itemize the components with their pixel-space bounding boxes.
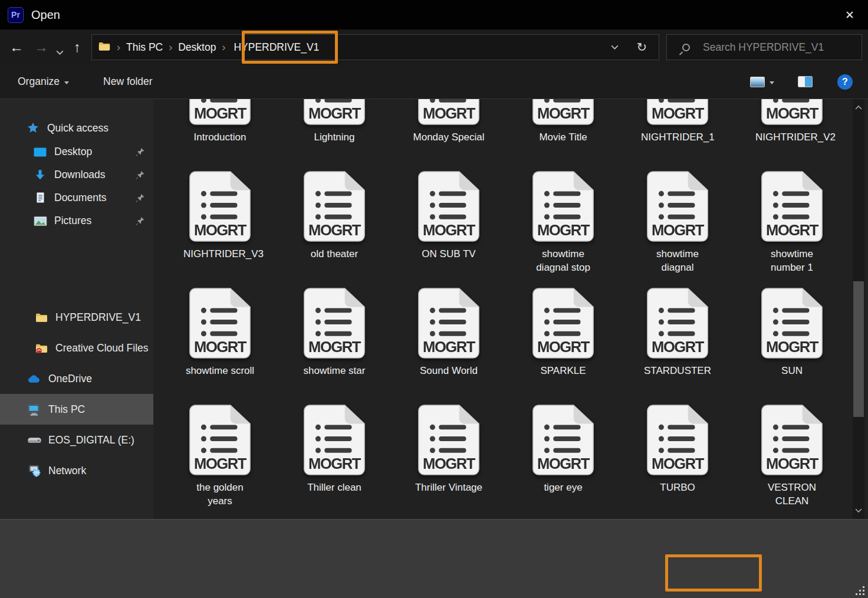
svg-text:MOGRT: MOGRT bbox=[537, 339, 590, 355]
breadcrumb-separator-icon: › bbox=[117, 41, 120, 54]
file-item-the-golden-years[interactable]: MOGRTthe golden years bbox=[163, 403, 277, 519]
mogrt-file-icon: MOGRT bbox=[645, 287, 710, 360]
up-icon[interactable]: ↑ bbox=[74, 40, 81, 54]
folder-icon bbox=[33, 312, 50, 323]
file-item-showtime-star[interactable]: MOGRTshowtime star bbox=[277, 287, 392, 403]
search-box bbox=[666, 34, 862, 60]
breadcrumb-item-hyperdrive-v1[interactable]: HYPERDRIVE_V1 bbox=[231, 41, 321, 54]
file-list-area: MOGRTIntroductionMOGRTLightningMOGRTMond… bbox=[153, 99, 853, 519]
file-item-sparkle[interactable]: MOGRTSPARKLE bbox=[506, 287, 620, 403]
file-item-tiger-eye[interactable]: MOGRTtiger eye bbox=[506, 403, 620, 519]
file-label: Introduction bbox=[183, 130, 257, 144]
organize-button[interactable]: Organize bbox=[18, 75, 69, 88]
mogrt-file-icon: MOGRT bbox=[531, 287, 596, 360]
sidebar-item-onedrive[interactable]: OneDrive bbox=[0, 363, 153, 394]
mogrt-file-icon: MOGRT bbox=[302, 287, 367, 360]
file-label: SPARKLE bbox=[527, 364, 600, 377]
file-item-thiller-clean[interactable]: MOGRTThiller clean bbox=[277, 403, 392, 519]
svg-text:MOGRT: MOGRT bbox=[423, 339, 476, 355]
file-label: NIGHTRIDER_V2 bbox=[755, 130, 828, 144]
file-item-vestron-clean[interactable]: MOGRTVESTRON CLEAN bbox=[735, 403, 849, 519]
chevron-down-icon bbox=[64, 81, 69, 84]
view-options-chevron-icon[interactable] bbox=[770, 81, 774, 84]
svg-text:MOGRT: MOGRT bbox=[537, 105, 590, 121]
scroll-down-icon[interactable] bbox=[853, 505, 864, 517]
file-item-lightning[interactable]: MOGRTLightning bbox=[277, 99, 392, 170]
file-grid: MOGRTIntroductionMOGRTLightningMOGRTMond… bbox=[153, 99, 853, 519]
file-label: Sound World bbox=[412, 364, 485, 377]
sidebar-item-downloads[interactable]: Downloads bbox=[0, 163, 153, 186]
address-bar[interactable]: ›This PC›Desktop›HYPERDRIVE_V1 ↻ bbox=[91, 34, 659, 60]
file-item-starduster[interactable]: MOGRTSTARDUSTER bbox=[620, 287, 735, 403]
file-item-showtime-diagnal[interactable]: MOGRTshowtime diagnal bbox=[620, 170, 735, 287]
pin-icon bbox=[135, 216, 145, 226]
address-dropdown-chevron-icon[interactable] bbox=[600, 42, 629, 52]
back-icon[interactable]: ← bbox=[9, 40, 24, 54]
svg-text:MOGRT: MOGRT bbox=[537, 455, 590, 472]
scrollbar-thumb[interactable] bbox=[853, 281, 864, 417]
svg-text:MOGRT: MOGRT bbox=[308, 339, 361, 355]
help-icon[interactable]: ? bbox=[837, 74, 853, 90]
sidebar-item-label: Pictures bbox=[54, 215, 91, 227]
file-item-introduction[interactable]: MOGRTIntroduction bbox=[163, 99, 277, 170]
main-area: Quick accessDesktopDownloadsDocumentsPic… bbox=[0, 99, 868, 519]
svg-text:MOGRT: MOGRT bbox=[652, 455, 705, 472]
sidebar-item-this-pc[interactable]: This PC bbox=[0, 394, 153, 425]
file-item-on-sub-tv[interactable]: MOGRTON SUB TV bbox=[392, 170, 506, 287]
svg-text:MOGRT: MOGRT bbox=[194, 222, 247, 238]
file-label: showtime number 1 bbox=[755, 247, 828, 274]
file-item-monday-special[interactable]: MOGRTMonday Special bbox=[392, 99, 506, 170]
preview-pane-icon[interactable] bbox=[798, 76, 813, 87]
file-item-nightrider-v2[interactable]: MOGRTNIGHTRIDER_V2 bbox=[735, 99, 849, 170]
file-label: TURBO bbox=[641, 481, 714, 494]
forward-icon[interactable]: → bbox=[34, 40, 48, 54]
breadcrumb: ›This PC›Desktop›HYPERDRIVE_V1 bbox=[111, 41, 321, 54]
breadcrumb-item-this-pc[interactable]: This PC bbox=[126, 41, 163, 54]
file-item-nightrider-1[interactable]: MOGRTNIGHTRIDER_1 bbox=[620, 99, 735, 170]
resize-grip[interactable] bbox=[856, 586, 864, 595]
pin-icon bbox=[135, 147, 145, 157]
sidebar-item-pictures[interactable]: Pictures bbox=[0, 209, 153, 232]
file-item-sun[interactable]: MOGRTSUN bbox=[735, 287, 849, 403]
svg-text:MOGRT: MOGRT bbox=[537, 222, 590, 238]
close-icon[interactable]: ✕ bbox=[831, 0, 868, 29]
mogrt-file-icon: MOGRT bbox=[416, 287, 481, 360]
refresh-icon[interactable]: ↻ bbox=[629, 40, 659, 54]
sidebar-item-label: Network bbox=[48, 465, 86, 477]
file-item-turbo[interactable]: MOGRTTURBO bbox=[620, 403, 735, 519]
star-icon bbox=[25, 122, 41, 134]
vertical-scrollbar[interactable] bbox=[853, 99, 864, 519]
sidebar-item-creative-cloud-files[interactable]: Creative Cloud Files bbox=[0, 333, 153, 363]
file-item-nightrider-v3[interactable]: MOGRTNIGHTRIDER_V3 bbox=[163, 170, 277, 287]
mogrt-file-icon: MOGRT bbox=[416, 403, 481, 477]
sidebar-item-label: Quick access bbox=[47, 122, 108, 134]
change-view-icon[interactable] bbox=[750, 77, 765, 87]
sidebar-item-documents[interactable]: Documents bbox=[0, 186, 153, 209]
new-folder-button[interactable]: New folder bbox=[103, 75, 153, 88]
breadcrumb-item-desktop[interactable]: Desktop bbox=[178, 41, 216, 54]
sidebar-item-desktop[interactable]: Desktop bbox=[0, 140, 153, 163]
network-icon bbox=[26, 465, 42, 477]
file-item-sound-world[interactable]: MOGRTSound World bbox=[392, 287, 506, 403]
file-item-showtime-scroll[interactable]: MOGRTshowtime scroll bbox=[163, 287, 277, 403]
mogrt-file-icon: MOGRT bbox=[760, 287, 824, 360]
sidebar-item-hyperdrive-v1[interactable]: HYPERDRIVE_V1 bbox=[0, 302, 153, 333]
file-label: showtime diagnal bbox=[641, 247, 714, 274]
file-item-movie-title[interactable]: MOGRTMovie Title bbox=[506, 99, 620, 170]
file-item-thriller-vintage[interactable]: MOGRTThriller Vintage bbox=[392, 403, 506, 519]
svg-text:MOGRT: MOGRT bbox=[194, 455, 247, 472]
breadcrumb-separator-icon: › bbox=[222, 41, 225, 54]
sidebar-item-network[interactable]: Network bbox=[0, 455, 153, 486]
sidebar-item-eos-digital-e[interactable]: EOS_DIGITAL (E:) bbox=[0, 425, 153, 455]
scroll-up-icon[interactable] bbox=[853, 101, 864, 113]
sidebar-item-quick-access[interactable]: Quick access bbox=[0, 116, 153, 140]
breadcrumb-separator-icon: › bbox=[169, 41, 172, 54]
file-item-showtime-diagnal-stop[interactable]: MOGRTshowtime diagnal stop bbox=[506, 170, 620, 287]
premiere-pro-icon: Pr bbox=[8, 7, 24, 23]
title-bar: Pr Open ✕ bbox=[0, 0, 868, 29]
svg-text:MOGRT: MOGRT bbox=[194, 105, 247, 121]
file-item-showtime-number-1[interactable]: MOGRTshowtime number 1 bbox=[735, 170, 849, 287]
recent-locations-chevron-icon[interactable] bbox=[56, 44, 64, 58]
search-input[interactable] bbox=[703, 41, 856, 54]
file-item-old-theater[interactable]: MOGRTold theater bbox=[277, 170, 392, 287]
